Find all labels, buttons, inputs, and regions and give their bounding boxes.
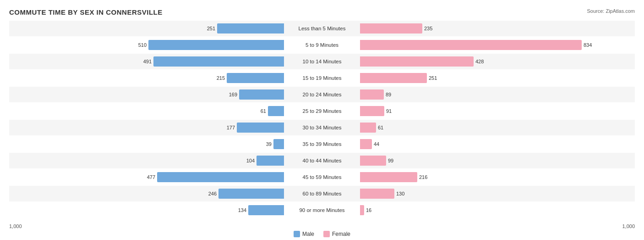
table-row: 6125 to 29 Minutes91	[9, 103, 635, 119]
table-row: 17730 to 34 Minutes61	[9, 120, 635, 135]
table-row: 21515 to 19 Minutes251	[9, 70, 635, 86]
male-value: 215	[217, 75, 225, 81]
male-section: 477	[9, 169, 284, 185]
male-section: 134	[9, 202, 284, 218]
male-value: 39	[266, 141, 272, 147]
male-bar	[157, 172, 284, 182]
male-section: 61	[9, 103, 284, 119]
male-bar	[273, 139, 284, 149]
female-section: 130	[360, 186, 635, 201]
female-bar	[360, 106, 384, 116]
bottom-area: 1,000 1,000 Male Female	[0, 221, 644, 237]
female-section: 44	[360, 136, 635, 152]
male-value: 251	[207, 26, 215, 31]
category-label: Less than 5 Minutes	[284, 26, 360, 31]
male-bar	[217, 23, 284, 33]
bars-area: 251Less than 5 Minutes2355105 to 9 Minut…	[9, 21, 635, 218]
male-bar	[237, 123, 284, 133]
male-bar	[153, 56, 284, 67]
female-value: 235	[424, 26, 432, 31]
male-section: 169	[9, 87, 284, 102]
table-row: 251Less than 5 Minutes235	[9, 21, 635, 36]
male-section: 177	[9, 120, 284, 135]
male-section: 104	[9, 153, 284, 168]
male-section: 491	[9, 54, 284, 69]
male-bar	[257, 156, 284, 166]
female-value: 130	[396, 191, 404, 196]
category-label: 35 to 39 Minutes	[284, 141, 360, 147]
female-bar	[360, 189, 394, 199]
male-value: 246	[208, 191, 217, 196]
table-row: 10440 to 44 Minutes99	[9, 153, 635, 168]
female-section: 235	[360, 21, 635, 36]
category-label: 45 to 59 Minutes	[284, 174, 360, 180]
legend: Male Female	[9, 231, 635, 237]
male-value: 510	[138, 42, 147, 48]
table-row: 3935 to 39 Minutes44	[9, 136, 635, 152]
category-label: 10 to 14 Minutes	[284, 59, 360, 64]
female-value: 91	[386, 108, 392, 114]
table-row: 5105 to 9 Minutes834	[9, 37, 635, 53]
female-bar	[360, 89, 384, 100]
category-label: 25 to 29 Minutes	[284, 108, 360, 114]
female-bar	[360, 40, 582, 50]
male-bar	[227, 73, 284, 83]
legend-male-box	[294, 231, 300, 237]
male-value: 134	[238, 207, 246, 213]
male-section: 215	[9, 70, 284, 86]
male-value: 177	[227, 125, 235, 130]
axis-labels: 1,000 1,000	[9, 223, 635, 229]
female-value: 16	[366, 207, 371, 213]
category-label: 40 to 44 Minutes	[284, 158, 360, 163]
legend-female-label: Female	[332, 231, 350, 237]
category-label: 5 to 9 Minutes	[284, 42, 360, 48]
legend-male-label: Male	[302, 231, 314, 237]
female-bar	[360, 73, 427, 83]
axis-right: 1,000	[359, 223, 635, 229]
male-value: 104	[246, 158, 255, 163]
table-row: 16920 to 24 Minutes89	[9, 87, 635, 102]
female-section: 834	[360, 37, 635, 53]
female-value: 216	[419, 174, 427, 180]
female-value: 251	[429, 75, 437, 81]
female-section: 428	[360, 54, 635, 69]
female-value: 99	[388, 158, 393, 163]
female-bar	[360, 156, 386, 166]
female-bar	[360, 139, 372, 149]
male-bar	[148, 40, 284, 50]
female-section: 61	[360, 120, 635, 135]
table-row: 24660 to 89 Minutes130	[9, 186, 635, 201]
axis-left: 1,000	[9, 223, 285, 229]
female-section: 216	[360, 169, 635, 185]
female-value: 44	[374, 141, 379, 147]
female-section: 89	[360, 87, 635, 102]
female-value: 89	[386, 92, 391, 97]
male-bar	[218, 189, 284, 199]
legend-female-box	[323, 231, 330, 237]
female-value: 428	[475, 59, 484, 64]
female-section: 99	[360, 153, 635, 168]
female-bar	[360, 56, 474, 67]
category-label: 60 to 89 Minutes	[284, 191, 360, 196]
female-section: 91	[360, 103, 635, 119]
male-bar	[239, 89, 284, 100]
female-section: 251	[360, 70, 635, 86]
male-value: 477	[147, 174, 155, 180]
male-bar	[268, 106, 284, 116]
table-row: 47745 to 59 Minutes216	[9, 169, 635, 185]
male-bar	[248, 205, 284, 215]
female-section: 16	[360, 202, 635, 218]
category-label: 15 to 19 Minutes	[284, 75, 360, 81]
category-label: 20 to 24 Minutes	[284, 92, 360, 97]
male-value: 491	[143, 59, 152, 64]
female-value: 834	[584, 42, 592, 48]
legend-male: Male	[294, 231, 314, 237]
male-section: 39	[9, 136, 284, 152]
chart-container: COMMUTE TIME BY SEX IN CONNERSVILLE Sour…	[0, 0, 644, 240]
legend-female: Female	[323, 231, 350, 237]
female-bar	[360, 123, 376, 133]
female-bar	[360, 23, 422, 33]
male-section: 251	[9, 21, 284, 36]
category-label: 30 to 34 Minutes	[284, 125, 360, 130]
male-section: 246	[9, 186, 284, 201]
